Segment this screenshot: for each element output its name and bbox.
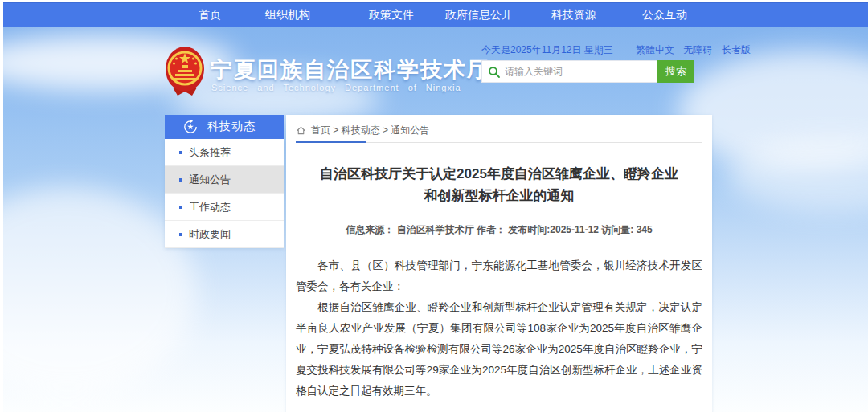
article-paragraph: 各市、县（区）科技管理部门，宁东能源化工基地管委会，银川经济技术开发区管委会，各… bbox=[296, 255, 702, 297]
nav-item-organization[interactable]: 组织机构 bbox=[265, 3, 310, 27]
main-content-panel: 首页 > 科技动态 > 通知公告 自治区科技厅关于认定2025年度自治区雏鹰企业… bbox=[286, 115, 712, 412]
search-input-wrap bbox=[481, 60, 657, 83]
sidebar-item-work-updates[interactable]: 工作动态 bbox=[165, 194, 284, 221]
article-paragraph: 根据自治区雏鹰企业、瞪羚企业和创新型标杆企业认定管理有关规定，决定认定半亩良人农… bbox=[296, 297, 702, 402]
bullet-icon bbox=[179, 151, 182, 154]
bullet-icon bbox=[179, 178, 182, 182]
nav-item-policy[interactable]: 政策文件 bbox=[369, 3, 414, 27]
nav-item-home[interactable]: 首页 bbox=[199, 3, 221, 27]
search-input[interactable] bbox=[505, 61, 653, 82]
tech-news-section-icon bbox=[183, 120, 198, 134]
page: 首页 组织机构 政策文件 政府信息公开 科技资源 公众互动 宁夏回族自治区 bbox=[3, 2, 868, 412]
bullet-icon bbox=[179, 233, 182, 236]
article-title-line1: 自治区科技厅关于认定2025年度自治区雏鹰企业、瞪羚企业 bbox=[296, 163, 702, 185]
sidebar: 科技动态 头条推荐 通知公告 工作动态 时政要闻 bbox=[165, 115, 284, 248]
article-body: 各市、县（区）科技管理部门，宁东能源化工基地管委会，银川经济技术开发区管委会，各… bbox=[296, 255, 702, 402]
national-emblem-logo bbox=[165, 46, 205, 99]
nav-item-interaction[interactable]: 公众互动 bbox=[642, 3, 687, 27]
divider-accent bbox=[296, 141, 366, 143]
site-subtitle-english: Science and Technology Department of Nin… bbox=[211, 83, 461, 92]
site-title: 宁夏回族自治区科学技术厅 bbox=[211, 55, 490, 84]
nav-item-gov-info[interactable]: 政府信息公开 bbox=[445, 3, 513, 27]
bullet-icon bbox=[179, 206, 182, 209]
divider-line bbox=[366, 142, 702, 143]
sidebar-item-label: 时政要闻 bbox=[189, 227, 231, 242]
site-header: 宁夏回族自治区科学技术厅 Science and Technology Depa… bbox=[3, 27, 868, 116]
article-title-line2: 和创新型标杆企业的通知 bbox=[296, 185, 702, 206]
search-icon bbox=[488, 66, 501, 79]
sidebar-item-label: 通知公告 bbox=[189, 173, 231, 187]
article-title: 自治区科技厅关于认定2025年度自治区雏鹰企业、瞪羚企业 和创新型标杆企业的通知 bbox=[296, 163, 702, 206]
sidebar-menu: 头条推荐 通知公告 工作动态 时政要闻 bbox=[165, 139, 284, 248]
sidebar-item-headlines[interactable]: 头条推荐 bbox=[165, 139, 284, 166]
home-icon bbox=[296, 125, 306, 136]
link-elder-version[interactable]: 长者版 bbox=[722, 44, 751, 55]
breadcrumb[interactable]: 首页 > 科技动态 > 通知公告 bbox=[296, 122, 702, 138]
quick-links: 繁體中文 无障碍 长者版 bbox=[636, 43, 757, 57]
sidebar-header: 科技动态 bbox=[165, 115, 284, 139]
sidebar-item-political-news[interactable]: 时政要闻 bbox=[165, 221, 284, 248]
breadcrumb-text: 首页 > 科技动态 > 通知公告 bbox=[311, 124, 429, 137]
sidebar-title: 科技动态 bbox=[207, 120, 256, 134]
top-navigation-bar: 首页 组织机构 政策文件 政府信息公开 科技资源 公众互动 bbox=[3, 2, 868, 27]
link-traditional-chinese[interactable]: 繁體中文 bbox=[636, 44, 674, 55]
sidebar-item-notices[interactable]: 通知公告 bbox=[165, 166, 284, 194]
search-bar: 搜索 bbox=[481, 60, 694, 83]
sidebar-item-label: 头条推荐 bbox=[189, 145, 231, 160]
link-accessibility[interactable]: 无障碍 bbox=[683, 44, 712, 55]
nav-item-resources[interactable]: 科技资源 bbox=[551, 3, 596, 27]
breadcrumb-divider bbox=[296, 141, 702, 143]
current-date-text: 今天是2025年11月12日 星期三 bbox=[481, 43, 613, 57]
search-button[interactable]: 搜索 bbox=[657, 60, 694, 83]
article-meta: 信息来源： 自治区科学技术厅 作者： 发布时间:2025-11-12 访问量: … bbox=[296, 223, 702, 237]
sidebar-item-label: 工作动态 bbox=[189, 200, 231, 214]
